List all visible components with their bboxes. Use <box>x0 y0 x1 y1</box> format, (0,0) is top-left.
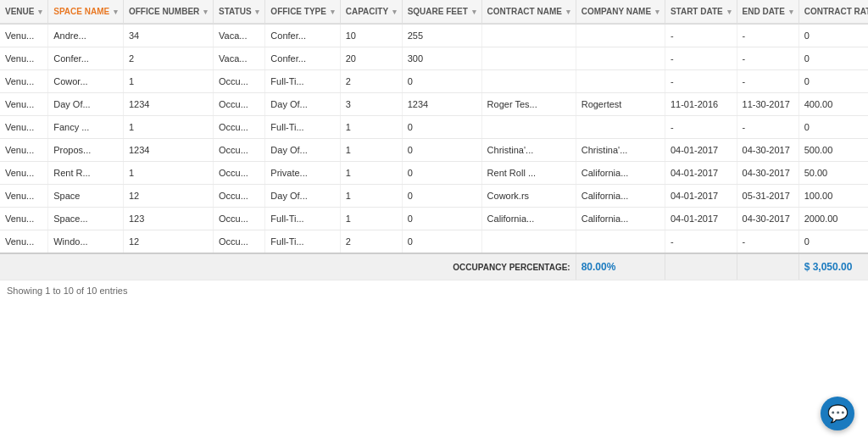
table-cell: Vaca... <box>214 47 265 70</box>
table-cell: 255 <box>402 24 481 47</box>
table-row: Venu...Confer...2Vaca...Confer...20300--… <box>0 47 868 70</box>
table-cell: 1 <box>340 139 402 162</box>
table-cell: Occu... <box>214 93 265 116</box>
table-cell: Rogertest <box>576 93 665 116</box>
table-cell: 04-30-2017 <box>737 139 798 162</box>
table-cell: 34 <box>123 24 213 47</box>
table-cell: - <box>665 24 737 47</box>
col-square-feet[interactable]: SQUARE FEET ▾ <box>402 0 481 24</box>
col-start-date[interactable]: START DATE ▾ <box>665 0 737 24</box>
table-cell: 11-01-2016 <box>665 93 737 116</box>
table-cell: 05-31-2017 <box>737 185 798 208</box>
table-cell: 20 <box>340 47 402 70</box>
table-cell: Full-Ti... <box>265 208 340 230</box>
table-cell <box>576 24 665 47</box>
col-office-number[interactable]: OFFICE NUMBER ▾ <box>123 0 213 24</box>
col-office-type[interactable]: OFFICE TYPE ▾ <box>265 0 340 24</box>
table-cell: Christina'... <box>576 139 665 162</box>
table-cell: 2 <box>340 230 402 254</box>
rent-roll-table-container: VENUE ▾ SPACE NAME ▾ OFFICE NUMBER ▾ STA… <box>0 0 868 301</box>
table-cell: Venu... <box>0 24 48 47</box>
table-row: Venu...Fancy ...1Occu...Full-Ti...10--01… <box>0 116 868 139</box>
table-cell: Roger Tes... <box>481 93 576 116</box>
col-venue[interactable]: VENUE ▾ <box>0 0 48 24</box>
table-cell: 1234 <box>123 139 213 162</box>
table-cell: - <box>737 230 798 254</box>
col-capacity[interactable]: CAPACITY ▾ <box>340 0 402 24</box>
table-cell: 04-30-2017 <box>737 162 798 185</box>
table-cell: 1 <box>340 162 402 185</box>
table-cell: Occu... <box>214 139 265 162</box>
table-cell: 0 <box>798 24 868 47</box>
table-cell: Occu... <box>214 162 265 185</box>
table-cell: - <box>665 116 737 139</box>
table-cell: Venu... <box>0 47 48 70</box>
footer-occupancy: 80.00% <box>576 253 665 280</box>
table-cell <box>576 230 665 254</box>
table-cell: Venu... <box>0 208 48 230</box>
table-row: Venu...Cowor...1Occu...Full-Ti...20--020… <box>0 70 868 93</box>
table-cell: 0 <box>402 230 481 254</box>
table-cell: Venu... <box>0 139 48 162</box>
table-cell: Propos... <box>48 139 124 162</box>
table-cell: Occu... <box>214 116 265 139</box>
table-row: Venu...Day Of...1234Occu...Day Of...3123… <box>0 93 868 116</box>
table-cell: California... <box>576 208 665 230</box>
col-contract-rate[interactable]: CONTRACT RATE ($) ▾ <box>798 0 868 24</box>
space-name-sort-icon[interactable]: ▾ <box>114 8 118 16</box>
contract-name-sort-icon[interactable]: ▾ <box>566 8 570 16</box>
office-number-sort-icon[interactable]: ▾ <box>203 8 208 16</box>
footer-empty-start <box>665 253 737 280</box>
table-cell: Occu... <box>214 208 265 230</box>
table-cell: Venu... <box>0 116 48 139</box>
table-cell <box>481 230 576 254</box>
rent-roll-table: VENUE ▾ SPACE NAME ▾ OFFICE NUMBER ▾ STA… <box>0 0 868 280</box>
table-cell <box>481 70 576 93</box>
col-status[interactable]: STATUS ▾ <box>214 0 265 24</box>
status-sort-icon[interactable]: ▾ <box>255 8 259 16</box>
table-cell: 04-30-2017 <box>737 208 798 230</box>
table-cell: Rent Roll ... <box>481 162 576 185</box>
table-cell: 1 <box>340 116 402 139</box>
table-cell <box>481 116 576 139</box>
table-cell: 50.00 <box>798 162 868 185</box>
table-cell: Christina'... <box>481 139 576 162</box>
table-cell: Cowor... <box>48 70 124 93</box>
table-cell: 0 <box>402 70 481 93</box>
table-cell: 1234 <box>402 93 481 116</box>
table-cell: 1 <box>340 185 402 208</box>
table-cell: Venu... <box>0 185 48 208</box>
table-cell: 1 <box>123 116 213 139</box>
table-cell: 2 <box>123 47 213 70</box>
footer-empty-end <box>737 253 798 280</box>
table-cell: 1 <box>340 208 402 230</box>
table-cell: 400.00 <box>798 93 868 116</box>
col-end-date[interactable]: END DATE ▾ <box>737 0 798 24</box>
company-name-sort-icon[interactable]: ▾ <box>655 8 659 16</box>
table-row: Venu...Propos...1234Occu...Day Of...10Ch… <box>0 139 868 162</box>
venue-sort-icon[interactable]: ▾ <box>38 8 42 16</box>
table-cell: 12 <box>123 185 213 208</box>
table-cell: 500.00 <box>798 139 868 162</box>
table-cell: 0 <box>798 116 868 139</box>
square-feet-sort-icon[interactable]: ▾ <box>472 8 476 16</box>
col-company-name[interactable]: COMPANY NAME ▾ <box>576 0 665 24</box>
table-row: Venu...Windo...12Occu...Full-Ti...20--01… <box>0 230 868 254</box>
table-cell: - <box>665 70 737 93</box>
table-cell: Fancy ... <box>48 116 124 139</box>
contract-total-value: $ 3,050.00 <box>804 261 853 273</box>
col-space-name[interactable]: SPACE NAME ▾ <box>48 0 124 24</box>
table-cell: Day Of... <box>265 93 340 116</box>
table-cell: Confer... <box>265 24 340 47</box>
col-contract-name[interactable]: CONTRACT NAME ▾ <box>481 0 576 24</box>
start-date-sort-icon[interactable]: ▾ <box>727 8 732 16</box>
capacity-sort-icon[interactable]: ▾ <box>392 8 397 16</box>
table-cell: Full-Ti... <box>265 230 340 254</box>
end-date-sort-icon[interactable]: ▾ <box>789 8 793 16</box>
table-cell: 1234 <box>123 93 213 116</box>
table-cell: 04-01-2017 <box>665 185 737 208</box>
table-cell: 0 <box>798 47 868 70</box>
office-type-sort-icon[interactable]: ▾ <box>331 8 335 16</box>
table-cell: California... <box>481 208 576 230</box>
table-cell <box>576 116 665 139</box>
